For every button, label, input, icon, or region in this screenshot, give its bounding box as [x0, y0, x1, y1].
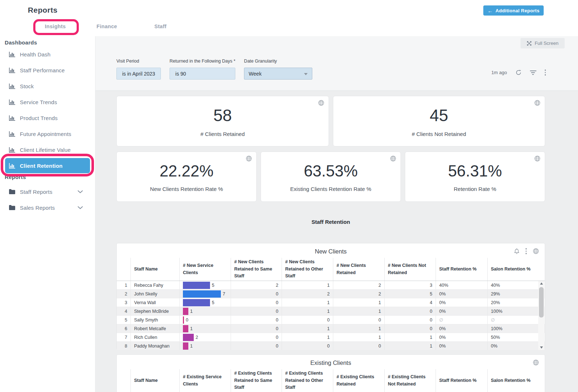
scroll-up-icon[interactable]: [538, 281, 544, 286]
filter-value-chip[interactable]: is in April 2023: [116, 68, 161, 80]
retained-cell: 1: [333, 324, 384, 333]
not-retained-cell: 5: [384, 290, 436, 298]
table-row: 6Robert Metcalfe101100%100%: [117, 324, 545, 333]
retained-other-cell: 1: [282, 281, 333, 289]
sidebar-item-sales-reports[interactable]: Sales Reports: [0, 200, 95, 216]
new-clients-card: New Clients Staff Name# New Service Clie…: [116, 243, 545, 350]
kpi-tile-retention-rate: 56.31%Retention Rate %: [405, 152, 545, 202]
sidebar-item-future-appointments[interactable]: Future Appointments: [0, 126, 95, 142]
sidebar-item-stock[interactable]: Stock: [0, 78, 95, 94]
main-content: Full Screen Visit Periodis in April 2023…: [95, 36, 578, 392]
sidebar-item-client-lifetime-value[interactable]: Client Lifetime Value: [0, 142, 95, 158]
tab-insights[interactable]: Insights: [45, 24, 66, 29]
salon-retention-cell: 0%: [487, 342, 545, 350]
not-retained-cell: 1: [384, 333, 436, 341]
page-title: Reports: [28, 6, 57, 14]
kpi-tile-clients-not-retained: 45# Clients Not Retained: [333, 96, 545, 146]
sidebar-item-service-trends[interactable]: Service Trends: [0, 94, 95, 110]
globe-icon[interactable]: [534, 155, 540, 163]
tab-staff[interactable]: Staff: [154, 24, 167, 29]
globe-icon[interactable]: [246, 155, 252, 163]
tile-kebab-icon[interactable]: [526, 248, 527, 254]
kpi-label: New Clients Retention Rate %: [150, 186, 223, 192]
tab-finance[interactable]: Finance: [97, 24, 117, 29]
retained-cell: 2: [333, 290, 384, 298]
refresh-icon[interactable]: [515, 69, 522, 76]
row-index-cell: 3: [117, 298, 130, 307]
bar-chart-bar: [183, 325, 188, 332]
dashboard-kebab-icon[interactable]: [545, 69, 546, 76]
globe-icon[interactable]: [318, 100, 324, 107]
dashboard-actions: 1m ago: [491, 69, 546, 76]
retained-other-cell: 0: [282, 342, 333, 350]
sidebar-item-health-dash[interactable]: Health Dash: [0, 46, 95, 62]
not-retained-cell: 1: [384, 342, 436, 350]
kpi-tile-clients-retained: 58# Clients Retained: [116, 96, 329, 146]
column-header-existing-clients-retained: # Existing Clients Retained: [333, 369, 384, 392]
app-header: Reports InsightsFinanceStaff ← Additiona…: [0, 0, 578, 36]
staff-name-cell: Verna Wall: [130, 298, 179, 307]
bar-chart-bar: [183, 282, 210, 289]
chevron-down-icon[interactable]: [78, 190, 83, 193]
service-clients-bar-cell: 1: [179, 342, 231, 350]
sidebar-item-staff-reports[interactable]: Staff Reports: [0, 184, 95, 200]
globe-icon[interactable]: [533, 359, 539, 366]
sidebar-item-client-retention[interactable]: Client Retention: [5, 158, 90, 173]
staff-retention-cell: 0%: [436, 290, 487, 298]
globe-icon[interactable]: [533, 248, 539, 254]
left-arrow-icon: ←: [488, 8, 493, 13]
filter-value-chip[interactable]: is 90: [170, 68, 235, 80]
column-header-salon-retention: Salon Retention %: [487, 369, 545, 392]
service-clients-bar-cell: 0: [179, 316, 231, 324]
bar-chart-bar: [183, 290, 221, 298]
table-scrollbar[interactable]: [538, 281, 544, 350]
column-header: [117, 258, 130, 281]
folder-icon: [9, 189, 15, 194]
table-header-row: Staff Name# New Service Clients# New Cli…: [117, 258, 545, 281]
new-clients-title: New Clients: [117, 243, 545, 255]
retained-other-cell: 1: [282, 307, 333, 315]
sidebar-item-label: Sales Reports: [20, 205, 55, 211]
scrollbar-thumb[interactable]: [539, 287, 544, 318]
table-row: 7Rich Cullen201110%50%: [117, 333, 545, 342]
salon-retention-cell: 29%: [487, 290, 545, 298]
column-header-staff-retention: Staff Retention %: [436, 258, 487, 281]
kpi-label: # Clients Not Retained: [412, 131, 466, 137]
staff-name-cell: Robert Metcalfe: [130, 324, 179, 333]
sidebar-item-staff-performance[interactable]: Staff Performance: [0, 62, 95, 78]
service-clients-bar-cell: 5: [179, 298, 231, 307]
retained-other-cell: 1: [282, 298, 333, 307]
scroll-down-icon[interactable]: [538, 345, 544, 350]
bar-chart-icon: [9, 52, 15, 57]
service-clients-bar-cell: 5: [179, 281, 231, 289]
full-screen-button[interactable]: Full Screen: [521, 38, 565, 48]
globe-icon[interactable]: [390, 155, 396, 163]
fullscreen-icon: [527, 41, 532, 46]
sidebar-item-label: Staff Performance: [20, 67, 65, 73]
sidebar-item-product-trends[interactable]: Product Trends: [0, 110, 95, 126]
globe-icon[interactable]: [534, 100, 540, 107]
filters-toggle-icon[interactable]: [530, 71, 536, 75]
filter-visit-period: Visit Periodis in April 2023: [116, 59, 161, 80]
retained-other-cell: 1: [282, 324, 333, 333]
row-index-cell: 8: [117, 342, 130, 350]
row-index-cell: 7: [117, 333, 130, 341]
filter-value-select[interactable]: Week: [244, 68, 312, 80]
chevron-down-icon[interactable]: [78, 206, 83, 209]
sidebar-item-label: Staff Reports: [20, 189, 52, 195]
bell-icon[interactable]: [514, 248, 519, 254]
salon-retention-cell: 40%: [487, 281, 545, 289]
column-header-staff-name: Staff Name: [130, 258, 179, 281]
last-refresh-time: 1m ago: [491, 70, 507, 75]
additional-reports-button[interactable]: ← Additional Reports: [483, 5, 544, 16]
filter-returned-in-the-following-days: Returned in the Following Days *is 90: [170, 59, 235, 80]
bar-chart-icon: [9, 115, 15, 121]
kpi-tile-existing-clients-retention-rate: 63.53%Existing Clients Retention Rate %: [261, 152, 401, 202]
sidebar-item-label: Product Trends: [20, 115, 58, 121]
bar-value-label: 7: [223, 291, 225, 297]
bar-value-label: 5: [212, 300, 214, 305]
salon-retention-cell: 100%: [487, 307, 545, 315]
column-header-new-clients-retained-to-same-staff: # New Clients Retained to Same Staff: [231, 258, 282, 281]
service-clients-bar-cell: 2: [179, 333, 231, 341]
bar-value-label: 1: [190, 309, 193, 314]
